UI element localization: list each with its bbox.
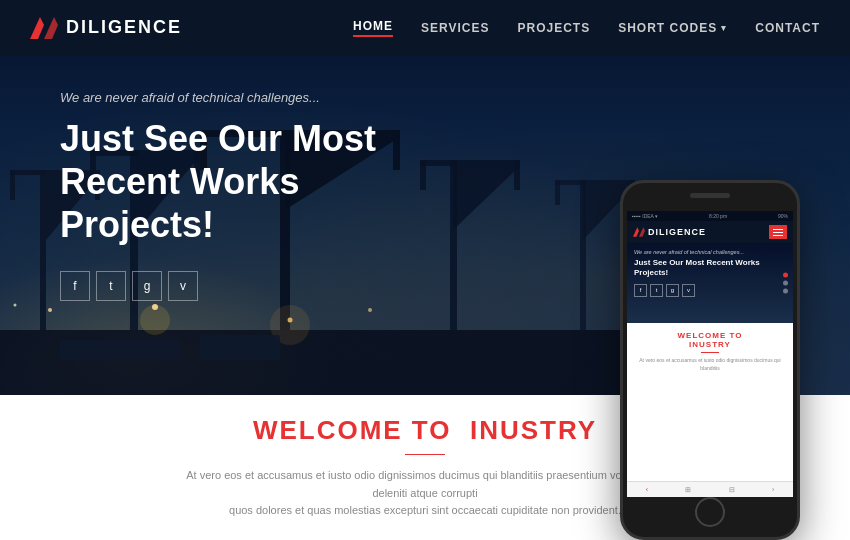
menu-line <box>773 232 783 233</box>
svg-marker-20 <box>453 166 520 230</box>
dot-2[interactable] <box>783 281 788 286</box>
logo-text: DILIGENCE <box>66 17 182 38</box>
phone-header: DILIGENCE <box>627 221 793 243</box>
nav-shortcodes[interactable]: SHORT CODES ▾ <box>618 21 727 35</box>
hero-subtitle: We are never afraid of technical challen… <box>60 90 400 105</box>
svg-point-30 <box>48 308 52 312</box>
nav-home[interactable]: HOME <box>353 19 393 37</box>
phone-outer: ▪▪▪▪▪ IDEA ▾ 8:20 pm 90% DILIGENCE <box>620 180 800 540</box>
welcome-title: WELCOME TO INUSTRY <box>253 415 597 446</box>
phone-menu-button[interactable] <box>769 225 787 239</box>
svg-rect-18 <box>420 160 426 190</box>
svg-rect-1 <box>40 170 46 330</box>
phone-battery: 90% <box>778 213 788 219</box>
svg-point-33 <box>14 304 17 307</box>
hero-content: We are never afraid of technical challen… <box>60 90 400 301</box>
svg-rect-28 <box>60 340 180 360</box>
menu-line <box>773 235 783 236</box>
phone-bottom-nav: ‹ ⊞ ⊟ › <box>627 481 793 497</box>
svg-rect-3 <box>10 170 15 200</box>
phone-logo: DILIGENCE <box>633 227 706 237</box>
phone-twitter-icon[interactable]: t <box>650 284 663 297</box>
phone-red-divider <box>701 352 719 353</box>
svg-marker-37 <box>633 227 639 236</box>
logo-icon <box>30 17 58 39</box>
phone-logo-text: DILIGENCE <box>648 227 706 237</box>
phone-forward-icon[interactable]: › <box>772 486 774 493</box>
phone-welcome-title: WELCOME TO INUSTRY <box>633 331 787 349</box>
menu-line <box>773 229 783 230</box>
dot-3[interactable] <box>783 289 788 294</box>
red-divider <box>405 454 445 455</box>
phone-screen: ▪▪▪▪▪ IDEA ▾ 8:20 pm 90% DILIGENCE <box>627 211 793 497</box>
logo-area: DILIGENCE <box>30 17 182 39</box>
svg-point-32 <box>288 318 293 323</box>
phone-status-bar: ▪▪▪▪▪ IDEA ▾ 8:20 pm 90% <box>627 211 793 221</box>
phone-back-icon[interactable]: ‹ <box>646 486 648 493</box>
phone-google-icon[interactable]: g <box>666 284 679 297</box>
welcome-description-1: At vero eos et accusamus et iusto odio d… <box>175 467 675 502</box>
phone-social-icons: f t g v <box>634 284 786 297</box>
svg-rect-29 <box>200 335 280 360</box>
twitter-icon[interactable]: t <box>96 271 126 301</box>
phone-vimeo-icon[interactable]: v <box>682 284 695 297</box>
phone-hero: We are never afraid of technical challen… <box>627 243 793 323</box>
phone-time: 8:20 pm <box>709 213 727 219</box>
phone-welcome-text: At vero eos et accusamus et iusto odio d… <box>633 356 787 372</box>
vimeo-icon[interactable]: v <box>168 271 198 301</box>
dot-1[interactable] <box>783 273 788 278</box>
facebook-icon[interactable]: f <box>60 271 90 301</box>
phone-apps-icon[interactable]: ⊟ <box>729 486 735 494</box>
nav-projects[interactable]: PROJECTS <box>518 21 591 35</box>
svg-rect-19 <box>514 160 520 190</box>
svg-point-31 <box>152 304 158 310</box>
svg-rect-23 <box>555 180 560 205</box>
social-icons: f t g v <box>60 271 400 301</box>
phone-hero-subtitle: We are never afraid of technical challen… <box>634 249 786 255</box>
nav-contact[interactable]: CONTACT <box>755 21 820 35</box>
google-icon[interactable]: g <box>132 271 162 301</box>
phone-home-button[interactable] <box>695 497 725 527</box>
main-nav: HOME SERVICES PROJECTS SHORT CODES ▾ CON… <box>353 19 820 37</box>
nav-services[interactable]: SERVICES <box>421 21 489 35</box>
phone-hero-title: Just See Our Most Recent Works Projects! <box>634 258 786 279</box>
phone-welcome-section: WELCOME TO INUSTRY At vero eos et accusa… <box>627 323 793 380</box>
chevron-down-icon: ▾ <box>721 23 727 33</box>
welcome-description-2: quos dolores et quas molestias excepturi… <box>229 502 621 520</box>
svg-point-34 <box>368 308 372 312</box>
phone-logo-icon <box>633 227 645 237</box>
phone-grid-icon[interactable]: ⊞ <box>685 486 691 494</box>
phone-signal: ▪▪▪▪▪ IDEA ▾ <box>632 213 658 219</box>
phone-facebook-icon[interactable]: f <box>634 284 647 297</box>
svg-marker-35 <box>30 17 44 39</box>
svg-marker-36 <box>44 17 58 39</box>
header: DILIGENCE HOME SERVICES PROJECTS SHORT C… <box>0 0 850 55</box>
phone-mockup: ▪▪▪▪▪ IDEA ▾ 8:20 pm 90% DILIGENCE <box>620 180 800 540</box>
hero-title: Just See Our Most Recent Works Projects! <box>60 117 400 247</box>
phone-speaker <box>690 193 730 198</box>
phone-dot-nav <box>783 273 788 294</box>
svg-marker-38 <box>639 227 645 236</box>
svg-rect-17 <box>420 160 520 166</box>
